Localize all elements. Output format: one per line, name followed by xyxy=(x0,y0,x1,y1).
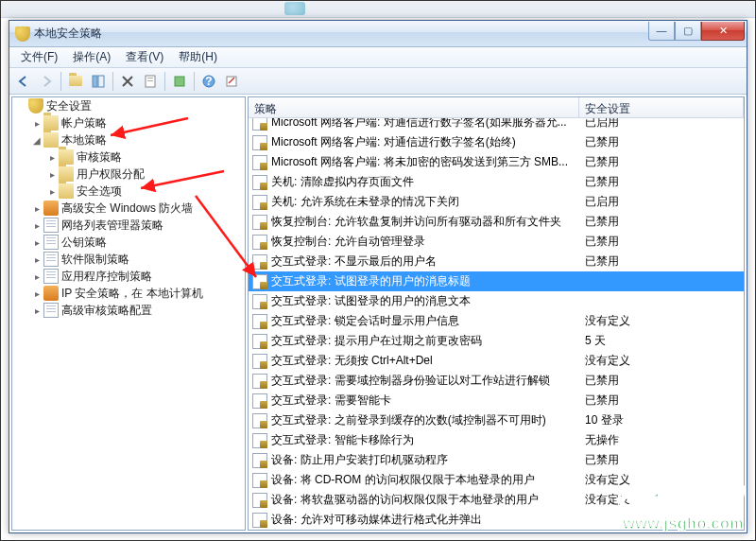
svg-rect-4 xyxy=(147,80,153,81)
show-hide-tree-button[interactable] xyxy=(88,71,109,92)
expand-icon[interactable]: ▸ xyxy=(31,203,43,214)
list-panel: 策略 安全设置 Microsoft 网络客户端: 对通信进行数字签名(如果服务器… xyxy=(248,96,745,531)
expand-icon[interactable]: ▸ xyxy=(31,305,43,316)
policy-row[interactable]: Microsoft 网络客户端: 对通信进行数字签名(始终)已禁用 xyxy=(249,132,744,152)
policy-name: 设备: 将软盘驱动器的访问权限仅限于本地登录的用户 xyxy=(271,492,579,508)
back-button[interactable] xyxy=(13,71,34,92)
tree-item[interactable]: ▸IP 安全策略，在 本地计算机 xyxy=(12,285,245,302)
tree-item[interactable]: ▸应用程序控制策略 xyxy=(12,268,245,285)
tree-item[interactable]: ▸审核策略 xyxy=(12,148,245,166)
policy-row[interactable]: 交互式登录: 试图登录的用户的消息文本 xyxy=(249,291,744,311)
policy-row[interactable]: 设备: 允许对可移动媒体进行格式化并弹出 xyxy=(249,510,744,530)
policy-row[interactable]: 交互式登录: 不显示最后的用户名已禁用 xyxy=(249,252,744,271)
policy-row[interactable]: 交互式登录: 需要智能卡已禁用 xyxy=(249,391,744,410)
tree-item-label: 应用程序控制策略 xyxy=(61,269,152,285)
tree-item[interactable]: ▸高级审核策略配置 xyxy=(12,302,245,319)
forward-button[interactable] xyxy=(36,71,57,92)
policy-row[interactable]: 设备: 防止用户安装打印机驱动程序已禁用 xyxy=(249,450,744,470)
policy-icon xyxy=(252,433,267,448)
doc-icon xyxy=(43,252,59,267)
shield-icon xyxy=(28,98,43,113)
policy-name: Microsoft 网络客户端: 将未加密的密码发送到第三方 SMB... xyxy=(271,154,579,170)
refresh-button[interactable] xyxy=(169,71,190,92)
policy-row[interactable]: 关机: 允许系统在未登录的情况下关闭已启用 xyxy=(249,192,744,212)
tree-item[interactable]: ▸软件限制策略 xyxy=(12,251,245,268)
help-button[interactable]: ? xyxy=(198,71,219,92)
policy-icon xyxy=(252,314,267,329)
expand-icon[interactable]: ▸ xyxy=(31,254,43,265)
expand-icon[interactable]: ▸ xyxy=(31,271,43,282)
secpol-window: 本地安全策略 — ▢ ✕ 文件(F) 操作(A) 查看(V) 帮助(H) ? xyxy=(9,20,747,533)
policy-row[interactable]: 交互式登录: 无须按 Ctrl+Alt+Del没有定义 xyxy=(249,351,744,371)
expand-icon[interactable]: ▸ xyxy=(31,288,43,299)
tree-item[interactable]: ▸公钥策略 xyxy=(12,234,245,251)
tree-item-label: 本地策略 xyxy=(61,132,107,148)
expand-icon[interactable]: ▸ xyxy=(46,152,58,163)
policy-row[interactable]: 交互式登录: 提示用户在过期之前更改密码5 天 xyxy=(249,331,744,351)
window-buttons: — ▢ ✕ xyxy=(648,22,745,41)
column-policy[interactable]: 策略 xyxy=(249,97,579,117)
policy-row[interactable]: 交互式登录: 锁定会话时显示用户信息没有定义 xyxy=(249,311,744,331)
policy-name: 恢复控制台: 允许软盘复制并访问所有驱动器和所有文件夹 xyxy=(271,214,579,230)
policy-icon xyxy=(252,473,267,488)
policy-row[interactable]: 交互式登录: 需要域控制器身份验证以对工作站进行解锁已禁用 xyxy=(249,371,744,391)
export-button[interactable] xyxy=(221,71,242,92)
toolbar-separator xyxy=(60,72,61,91)
expand-icon[interactable]: ▸ xyxy=(31,237,43,248)
tree-item[interactable]: ▸高级安全 Windows 防火墙 xyxy=(12,200,245,217)
fw-icon xyxy=(43,286,59,301)
policy-name: 交互式登录: 不显示最后的用户名 xyxy=(271,253,579,270)
expand-icon[interactable]: ▸ xyxy=(46,186,58,197)
tree-panel[interactable]: 安全设置 ▸帐户策略◢本地策略▸审核策略▸用户权限分配▸安全选项▸高级安全 Wi… xyxy=(11,96,246,531)
menu-help[interactable]: 帮助(H) xyxy=(171,47,225,67)
policy-row[interactable]: 交互式登录: 试图登录的用户的消息标题 xyxy=(249,271,744,291)
tree-item[interactable]: ▸安全选项 xyxy=(12,183,245,200)
policy-icon xyxy=(252,175,267,190)
column-setting[interactable]: 安全设置 xyxy=(579,97,744,117)
policy-row[interactable]: 设备: 将软盘驱动器的访问权限仅限于本地登录的用户没有定义 xyxy=(249,490,744,510)
background-strip xyxy=(1,1,755,18)
policy-row[interactable]: Microsoft 网络客户端: 将未加密的密码发送到第三方 SMB...已禁用 xyxy=(249,152,744,172)
close-button[interactable]: ✕ xyxy=(701,22,745,41)
policy-row[interactable]: 交互式登录: 智能卡移除行为无操作 xyxy=(249,430,744,450)
policy-icon xyxy=(252,274,267,289)
properties-button[interactable] xyxy=(140,71,161,92)
menu-action[interactable]: 操作(A) xyxy=(65,47,118,67)
menu-file[interactable]: 文件(F) xyxy=(13,47,65,67)
policy-row[interactable]: 关机: 清除虚拟内存页面文件已禁用 xyxy=(249,172,744,192)
folder-icon xyxy=(43,115,59,131)
expand-icon[interactable]: ◢ xyxy=(31,135,43,146)
toolbar-separator xyxy=(164,72,165,91)
policy-row[interactable]: 恢复控制台: 允许软盘复制并访问所有驱动器和所有文件夹已禁用 xyxy=(249,212,744,232)
policy-setting: 没有定义 xyxy=(579,492,744,508)
list-body[interactable]: Microsoft 网络客户端: 对通信进行数字签名(如果服务器允...已启用M… xyxy=(249,118,744,530)
policy-name: 交互式登录: 需要域控制器身份验证以对工作站进行解锁 xyxy=(271,373,579,389)
folder-icon xyxy=(59,166,74,182)
policy-row[interactable]: 设备: 将 CD-ROM 的访问权限仅限于本地登录的用户没有定义 xyxy=(249,470,744,490)
policy-row[interactable]: 恢复控制台: 允许自动管理登录已禁用 xyxy=(249,232,744,252)
tree-item[interactable]: ▸网络列表管理器策略 xyxy=(12,217,245,234)
policy-setting: 没有定义 xyxy=(579,313,744,329)
title-bar[interactable]: 本地安全策略 — ▢ ✕ xyxy=(9,21,747,47)
delete-button[interactable] xyxy=(117,71,138,92)
tree-item[interactable]: ▸用户权限分配 xyxy=(12,166,245,183)
menu-view[interactable]: 查看(V) xyxy=(118,47,171,67)
tree-item[interactable]: ◢本地策略 xyxy=(12,131,245,148)
tree-item-label: 高级审核策略配置 xyxy=(61,303,152,319)
policy-setting: 已禁用 xyxy=(579,154,744,170)
policy-row[interactable]: 交互式登录: 之前登录到缓存的次数(域控制器不可用时)10 登录 xyxy=(249,410,744,430)
expand-icon[interactable]: ▸ xyxy=(31,118,43,129)
maximize-button[interactable]: ▢ xyxy=(675,22,701,41)
tree-item-label: 网络列表管理器策略 xyxy=(61,218,163,234)
expand-icon[interactable]: ▸ xyxy=(31,220,43,231)
up-button[interactable] xyxy=(65,71,86,92)
content-body: 安全设置 ▸帐户策略◢本地策略▸审核策略▸用户权限分配▸安全选项▸高级安全 Wi… xyxy=(9,95,747,532)
policy-name: 交互式登录: 试图登录的用户的消息文本 xyxy=(271,293,579,309)
policy-setting: 无操作 xyxy=(579,432,744,448)
minimize-button[interactable]: — xyxy=(648,22,675,41)
policy-row[interactable]: Microsoft 网络客户端: 对通信进行数字签名(如果服务器允...已启用 xyxy=(249,118,744,132)
policy-setting: 已禁用 xyxy=(579,214,744,230)
expand-icon[interactable]: ▸ xyxy=(46,169,58,180)
list-header: 策略 安全设置 xyxy=(249,97,744,118)
policy-setting: 已启用 xyxy=(579,194,744,210)
